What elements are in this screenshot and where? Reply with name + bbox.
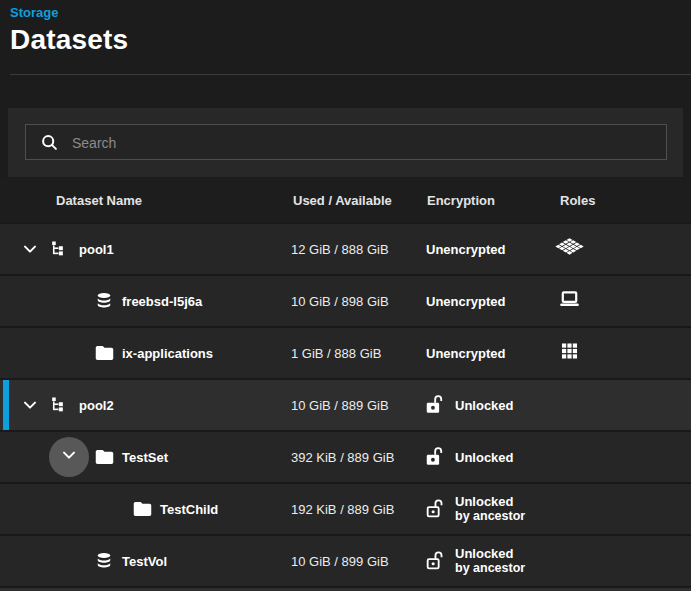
pool-icon — [554, 235, 585, 263]
encryption-status: Unlocked — [455, 450, 514, 465]
roles-cell — [547, 341, 591, 366]
encryption-status: Unencrypted — [426, 346, 505, 361]
encryption-cell: Unlockedby ancestor — [455, 494, 525, 524]
dataset-row-TestChild[interactable]: TestChild192 KiB / 889 GiBUnlockedby anc… — [0, 482, 691, 534]
pool-tree-icon — [49, 240, 68, 259]
roles-cell — [547, 235, 591, 263]
dataset-name: freebsd-l5j6a — [122, 294, 202, 309]
used-available-value: 12 GiB / 888 GiB — [291, 242, 389, 257]
encryption-status: Unlocked — [455, 494, 525, 509]
lock-open-outline-icon — [424, 498, 446, 521]
search-box[interactable] — [25, 124, 667, 160]
used-available-value: 1 GiB / 888 GiB — [291, 346, 381, 361]
dataset-row-pool1[interactable]: pool112 GiB / 888 GiBUnencrypted — [0, 222, 691, 274]
encryption-status: Unencrypted — [426, 294, 505, 309]
encryption-cell: Unencrypted — [426, 294, 505, 309]
encryption-status: Unlocked — [455, 398, 514, 413]
roles-cell — [547, 288, 591, 315]
folder-icon — [94, 447, 115, 468]
dataset-row-ix-applications[interactable]: ix-applications1 GiB / 888 GiBUnencrypte… — [0, 326, 691, 378]
dataset-row-freebsd-l5j6a[interactable]: freebsd-l5j6a10 GiB / 898 GiBUnencrypted — [0, 274, 691, 326]
encryption-status: Unlocked — [455, 546, 525, 561]
lock-open-outline-icon — [424, 550, 446, 573]
encryption-cell: Unlocked — [455, 398, 514, 413]
next-row-edge — [0, 586, 691, 591]
dataset-name: TestChild — [160, 502, 218, 517]
table-header: Dataset Name Used / Available Encryption… — [0, 178, 691, 222]
lock-open-icon — [424, 446, 446, 469]
collapse-toggle-button[interactable] — [49, 437, 89, 477]
dataset-row-pool2[interactable]: pool210 GiB / 889 GiBUnlocked — [0, 378, 691, 430]
dataset-name: TestVol — [122, 554, 167, 569]
used-available-value: 10 GiB / 889 GiB — [291, 398, 389, 413]
database-icon — [94, 551, 114, 572]
page-title: Datasets — [10, 24, 128, 56]
column-header-used-available: Used / Available — [293, 193, 392, 208]
lock-open-icon — [424, 394, 446, 417]
title-divider — [10, 74, 691, 75]
column-header-roles: Roles — [560, 193, 595, 208]
selected-row-indicator — [3, 380, 9, 430]
vm-laptop-icon — [557, 288, 582, 315]
database-icon — [94, 291, 114, 312]
datasets-table: pool112 GiB / 888 GiBUnencryptedfreebsd-… — [0, 222, 691, 586]
encryption-cell: Unencrypted — [426, 346, 505, 361]
encryption-status: Unencrypted — [426, 242, 505, 257]
folder-icon — [94, 343, 115, 364]
dataset-name: pool2 — [79, 398, 114, 413]
used-available-value: 192 KiB / 889 GiB — [291, 502, 394, 517]
encryption-cell: Unlocked — [455, 450, 514, 465]
pool-tree-icon — [49, 396, 68, 415]
encryption-cell: Unencrypted — [426, 242, 505, 257]
folder-icon — [132, 499, 153, 520]
search-input[interactable] — [70, 125, 660, 161]
dataset-name: pool1 — [79, 242, 114, 257]
apps-grid-icon — [559, 341, 580, 366]
chevron-down-icon[interactable] — [20, 239, 40, 259]
encryption-status-detail: by ancestor — [455, 561, 525, 576]
encryption-cell: Unlockedby ancestor — [455, 546, 525, 576]
column-header-dataset-name: Dataset Name — [56, 193, 142, 208]
used-available-value: 10 GiB / 898 GiB — [291, 294, 389, 309]
search-icon — [39, 132, 60, 153]
dataset-row-TestVol[interactable]: TestVol10 GiB / 899 GiBUnlockedby ancest… — [0, 534, 691, 586]
chevron-down-icon[interactable] — [20, 395, 40, 415]
search-panel — [8, 108, 683, 177]
dataset-row-TestSet[interactable]: TestSet392 KiB / 889 GiBUnlocked — [0, 430, 691, 482]
column-header-encryption: Encryption — [427, 193, 495, 208]
dataset-name: ix-applications — [122, 346, 213, 361]
breadcrumb-storage[interactable]: Storage — [10, 5, 58, 20]
chevron-down-icon — [59, 445, 79, 469]
used-available-value: 392 KiB / 889 GiB — [291, 450, 394, 465]
used-available-value: 10 GiB / 899 GiB — [291, 554, 389, 569]
encryption-status-detail: by ancestor — [455, 509, 525, 524]
dataset-name: TestSet — [122, 450, 168, 465]
